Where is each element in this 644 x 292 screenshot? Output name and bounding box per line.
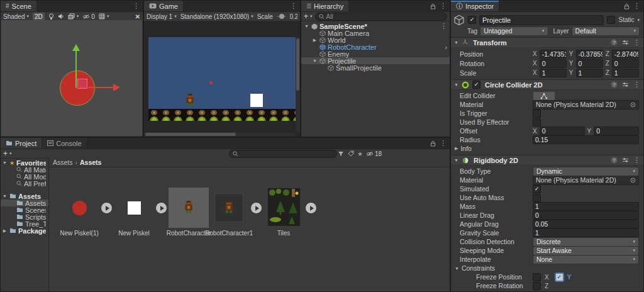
expander-icon[interactable]: ▼ — [2, 160, 8, 165]
number-field[interactable]: 1 — [612, 69, 639, 77]
number-field[interactable]: 0 — [540, 59, 567, 68]
expand-subassets-button[interactable] — [156, 203, 167, 213]
create-object-button[interactable]: + ▾ — [304, 12, 313, 21]
expand-subassets-button[interactable] — [306, 203, 316, 213]
help-icon[interactable]: ? — [611, 39, 618, 46]
game-vertical-scrollbar-thumb[interactable] — [296, 38, 299, 91]
expander-icon[interactable]: ▼ — [455, 266, 459, 271]
gameobject-icon[interactable] — [453, 14, 465, 26]
breadcrumb-root[interactable]: Assets — [53, 159, 73, 166]
help-icon[interactable]: ? — [611, 157, 618, 164]
inspector-menu-icon[interactable]: ⋮ — [633, 3, 640, 9]
project-tree-item-tree-textu[interactable]: Tree_Textu — [1, 220, 48, 227]
checkbox-used-by-effector[interactable] — [533, 118, 541, 126]
prefab-open-chevron-icon[interactable]: › — [445, 43, 447, 51]
project-menu-icon[interactable]: ⋮ — [440, 140, 447, 147]
expand-subassets-button[interactable] — [251, 203, 262, 213]
object-field-material[interactable]: None (Physics Material 2D) — [533, 176, 639, 185]
component-header[interactable]: ▼Rigidbody 2D?⋮ — [451, 155, 643, 166]
project-tree-item-scenes[interactable]: Scenes — [1, 206, 48, 213]
freeze-x-checkbox[interactable] — [533, 273, 541, 281]
grid-dropdown[interactable]: ▾ — [99, 13, 109, 20]
number-field[interactable]: 0 — [540, 126, 585, 135]
project-tree-item-all-prefabs[interactable]: All Prefabs — [1, 180, 48, 187]
resolution-dropdown[interactable]: Standalone (1920x1080) ▾ — [180, 13, 253, 20]
project-tree-item-assets[interactable]: ▼Assets — [1, 193, 48, 199]
asset-item-robotcharacter[interactable]: RobotCharacter — [169, 188, 209, 237]
tab-game[interactable]: Game — [144, 1, 184, 11]
name-field[interactable]: Projectile — [479, 15, 604, 25]
freeze-z-checkbox[interactable] — [533, 282, 541, 290]
hierarchy-item-projectile[interactable]: ▼Projectile — [301, 57, 450, 64]
search-by-label-icon[interactable] — [348, 150, 354, 157]
asset-item-tiles[interactable]: Tiles — [264, 188, 304, 237]
checkbox-simulated[interactable] — [533, 185, 541, 193]
checkbox-use-auto-mass[interactable] — [533, 194, 541, 202]
foldout-info[interactable]: ▶Info — [451, 144, 643, 153]
create-asset-button[interactable]: + ▾ — [3, 149, 12, 158]
active-checkbox[interactable] — [468, 16, 476, 24]
expand-subassets-button[interactable] — [101, 203, 112, 213]
lock-icon[interactable] — [430, 140, 436, 147]
lock-icon[interactable] — [624, 3, 630, 9]
component-menu-icon[interactable]: ⋮ — [633, 157, 640, 164]
hierarchy-menu-icon[interactable]: ⋮ — [440, 3, 447, 9]
move-tool-x-arrowhead[interactable] — [113, 84, 120, 91]
scene-menu-icon[interactable]: ⋮ — [133, 3, 140, 9]
number-field[interactable]: 0 — [612, 59, 639, 68]
component-menu-icon[interactable]: ⋮ — [633, 81, 640, 88]
text-field[interactable]: 0 — [533, 211, 639, 220]
expander-icon[interactable]: ▶ — [2, 228, 8, 233]
project-tree-item-favorites[interactable]: ▼★Favorites — [1, 159, 48, 166]
scale-slider-knob[interactable] — [279, 14, 284, 19]
project-tree-item-assets[interactable]: Assets — [1, 199, 48, 206]
dropdown-collision-detection[interactable]: Discrete▾ — [533, 237, 639, 247]
component-header[interactable]: ▼Transform?⋮ — [451, 38, 643, 48]
preset-icon[interactable] — [622, 39, 629, 46]
expander-icon[interactable]: ▼ — [312, 59, 318, 63]
text-field[interactable]: 0.05 — [533, 220, 639, 228]
project-tree-item-scripts[interactable]: Scripts — [1, 213, 48, 220]
preset-icon[interactable] — [622, 157, 629, 164]
number-field[interactable]: 1 — [540, 69, 567, 77]
tag-dropdown[interactable]: Untagged ▾ — [480, 26, 548, 36]
foldout-icon[interactable]: ▼ — [454, 40, 458, 45]
lock-icon[interactable] — [430, 3, 436, 9]
dropdown-interpolate[interactable]: None▾ — [533, 255, 639, 264]
text-field[interactable]: 1 — [533, 228, 639, 237]
freeze-y-checkbox[interactable] — [555, 273, 564, 281]
tab-inspector[interactable]: Inspector — [451, 1, 499, 11]
game-horizontal-scrollbar-thumb[interactable] — [145, 133, 236, 136]
number-field[interactable]: -2.874091 — [612, 50, 639, 59]
favorites-search-icon[interactable]: ★ — [357, 150, 363, 157]
object-field-material[interactable]: None (Physics Material 2D) — [533, 100, 639, 110]
number-field[interactable]: -1.473516 — [540, 50, 567, 59]
hierarchy-item-main-camera[interactable]: Main Camera — [301, 30, 450, 36]
game-vertical-scrollbar[interactable] — [296, 37, 300, 132]
effects-dropdown[interactable]: ▾ — [68, 13, 79, 20]
asset-item-new-piskel[interactable]: New Piskel — [114, 188, 154, 237]
text-field[interactable]: 0.15 — [533, 135, 639, 144]
component-enabled-checkbox[interactable] — [472, 81, 480, 89]
tab-scene[interactable]: # Scene — [1, 1, 37, 11]
display-dropdown[interactable]: Display 1 ▾ — [147, 13, 177, 20]
game-menu-icon[interactable]: ⋮ — [290, 3, 297, 9]
dropdown-sleeping-mode[interactable]: Start Awake▾ — [533, 246, 639, 256]
static-dropdown-icon[interactable]: ▾ — [637, 18, 640, 23]
hierarchy-item-world[interactable]: ▶World — [301, 36, 450, 43]
project-tree-item-all-models[interactable]: All Models — [1, 173, 48, 180]
dropdown-body-type[interactable]: Dynamic▾ — [533, 167, 639, 176]
hidden-packages-button[interactable]: 18 — [366, 150, 382, 157]
tool-icon[interactable]: ✕ — [135, 13, 140, 20]
asset-item-robotcharacter1[interactable]: RobotCharacter1 — [209, 188, 249, 237]
tab-hierarchy[interactable]: ☰ Hierarchy — [301, 1, 349, 11]
search-by-type-icon[interactable] — [338, 151, 344, 157]
asset-item-new-piskel-1-[interactable]: New Piskel(1) — [59, 188, 99, 237]
foldout-constraints[interactable]: ▼Constraints — [451, 264, 643, 272]
project-tree-item-all-materia[interactable]: All Materia — [1, 166, 48, 173]
2d-toggle-button[interactable]: 2D — [33, 13, 45, 20]
game-viewport[interactable] — [144, 20, 300, 137]
tab-project[interactable]: Project — [1, 138, 42, 149]
expander-icon[interactable]: ▶ — [455, 146, 458, 151]
scale-slider[interactable] — [277, 16, 286, 17]
